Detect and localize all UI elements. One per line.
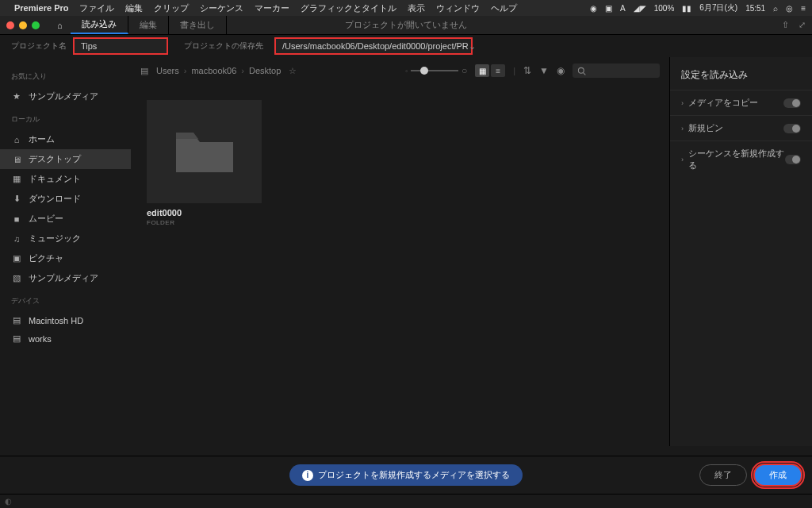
sidebar-item-home[interactable]: ⌂ホーム — [0, 129, 131, 149]
sidebar-section-favorites: お気に入り — [0, 64, 131, 87]
menu-help[interactable]: ヘルプ — [491, 2, 517, 14]
menu-clip[interactable]: クリップ — [154, 2, 189, 14]
battery-percent: 100% — [654, 4, 675, 13]
project-name-input[interactable]: Tips — [73, 37, 168, 55]
tab-import[interactable]: 読み込み — [71, 16, 128, 34]
file-browser: ▤ Users› macbook06› Desktop ☆ ◦ ○ ▦ ≡ | … — [131, 57, 669, 446]
search-input[interactable] — [573, 64, 660, 78]
info-message: i プロジェクトを新規作成するメディアを選択する — [289, 464, 523, 486]
status-time: 15:51 — [745, 4, 765, 13]
home-icon: ⌂ — [11, 135, 22, 144]
sidebar-item-macintosh-hd[interactable]: ▤Macintosh HD — [0, 311, 131, 329]
close-window-button[interactable] — [6, 21, 14, 29]
folder-item[interactable]: edit0000 FOLDER — [147, 100, 262, 226]
wifi-icon: ◢◤ — [634, 4, 646, 13]
breadcrumb[interactable]: Users› macbook06› Desktop ☆ — [156, 66, 297, 76]
create-button[interactable]: 作成 — [753, 464, 802, 487]
import-settings-panel: 設定を読み込み › メディアをコピー › 新規ビン › シーケンスを新規作成する — [669, 57, 812, 446]
drive-icon: ▤ — [11, 315, 22, 325]
status-icon: ◉ — [590, 4, 597, 13]
share-icon[interactable]: ⇧ — [782, 20, 789, 30]
movie-icon: ■ — [11, 214, 22, 224]
document-icon: ▦ — [11, 174, 22, 184]
sidebar-item-documents[interactable]: ▦ドキュメント — [0, 169, 131, 189]
toggle[interactable] — [783, 124, 801, 133]
project-status-message: プロジェクトが開いていません — [345, 19, 467, 31]
search-icon[interactable]: ⌕ — [773, 4, 778, 13]
toggle[interactable] — [785, 155, 801, 164]
music-icon: ♫ — [11, 234, 22, 244]
home-icon[interactable]: ⌂ — [57, 21, 63, 30]
svg-line-1 — [584, 72, 586, 75]
picture-icon: ▣ — [11, 253, 22, 264]
sidebar-item-sample-media-2[interactable]: ▧サンプルメディア — [0, 268, 131, 288]
tab-edit[interactable]: 編集 — [128, 16, 169, 34]
status-indicator-icon: ◐ — [5, 497, 12, 506]
chevron-down-icon: ⌄ — [469, 41, 476, 52]
folder-name: edit0000 — [147, 208, 262, 217]
status-icon: A — [620, 4, 626, 13]
mac-menubar: Premiere Pro ファイル 編集 クリップ シーケンス マーカー グラフ… — [0, 0, 812, 16]
fullscreen-icon[interactable]: ⤢ — [799, 20, 806, 30]
menu-file[interactable]: ファイル — [79, 2, 114, 14]
maximize-window-button[interactable] — [32, 21, 40, 29]
sidebar-item-works[interactable]: ▤works — [0, 329, 131, 348]
panel-title: 設定を読み込み — [670, 64, 812, 90]
download-icon: ⬇ — [11, 194, 22, 204]
media-icon: ▧ — [11, 273, 22, 283]
toggle[interactable] — [783, 98, 801, 108]
menu-view[interactable]: 表示 — [408, 2, 425, 14]
favorite-star-icon[interactable]: ☆ — [289, 66, 297, 76]
sidebar: お気に入り ★ サンプルメディア ローカル ⌂ホーム 🖥デスクトップ ▦ドキュメ… — [0, 57, 131, 446]
chevron-right-icon: › — [681, 156, 684, 164]
filter-icon[interactable]: ▼ — [539, 65, 549, 76]
project-settings-row: プロジェクト名 Tips プロジェクトの保存先 /Users/macbook06… — [0, 35, 812, 57]
visibility-icon[interactable]: ◉ — [557, 65, 565, 76]
sidebar-item-music[interactable]: ♫ミュージック — [0, 229, 131, 248]
sidebar-item-desktop[interactable]: 🖥デスクトップ — [0, 149, 131, 169]
drive-icon: ▤ — [11, 333, 22, 344]
setting-copy-media[interactable]: › メディアをコピー — [670, 90, 812, 115]
chevron-right-icon: › — [681, 99, 684, 107]
menu-sequence[interactable]: シーケンス — [200, 2, 243, 14]
divider: | — [513, 66, 515, 75]
project-path-label: プロジェクトの保存先 — [184, 40, 263, 52]
status-icon: ▣ — [605, 4, 612, 13]
bottom-bar: i プロジェクトを新規作成するメディアを選択する 終了 作成 — [0, 456, 812, 494]
statusbar: ◐ — [0, 494, 812, 508]
sidebar-item-sample-media[interactable]: ★ サンプルメディア — [0, 87, 131, 106]
star-icon: ★ — [11, 91, 22, 102]
menu-marker[interactable]: マーカー — [255, 2, 289, 14]
folder-type: FOLDER — [147, 219, 262, 226]
folder-icon — [173, 126, 236, 177]
setting-new-sequence[interactable]: › シーケンスを新規作成する — [670, 140, 812, 178]
project-name-label: プロジェクト名 — [11, 40, 67, 52]
battery-icon: ▮▮ — [682, 4, 691, 13]
window-titlebar: ⌂ 読み込み 編集 書き出し プロジェクトが開いていません ⇧ ⤢ — [0, 16, 812, 35]
chevron-right-icon: › — [681, 125, 684, 133]
sidebar-item-downloads[interactable]: ⬇ダウンロード — [0, 189, 131, 209]
thumbnail-size-slider[interactable]: ◦ ○ — [405, 65, 467, 76]
menu-window[interactable]: ウィンドウ — [436, 2, 480, 14]
sidebar-item-movies[interactable]: ■ムービー — [0, 209, 131, 229]
list-view-button[interactable]: ≡ — [491, 64, 505, 77]
cancel-button[interactable]: 終了 — [699, 464, 747, 486]
project-path-dropdown[interactable]: /Users/macbook06/Desktop/edit0000/projec… — [274, 37, 473, 55]
sort-icon[interactable]: ⇅ — [523, 65, 531, 76]
sidebar-section-devices: デバイス — [0, 288, 131, 311]
svg-point-0 — [578, 67, 584, 73]
drive-icon: ▤ — [140, 66, 148, 76]
search-icon — [577, 67, 586, 75]
grid-view-button[interactable]: ▦ — [475, 64, 489, 77]
menu-edit[interactable]: 編集 — [125, 2, 143, 14]
tab-export[interactable]: 書き出し — [169, 16, 227, 34]
status-date: 6月7日(火) — [699, 2, 737, 13]
siri-icon[interactable]: ◎ — [786, 4, 793, 13]
notification-icon[interactable]: ≡ — [801, 4, 806, 13]
setting-new-bin[interactable]: › 新規ビン — [670, 115, 812, 140]
app-name[interactable]: Premiere Pro — [14, 3, 68, 13]
sidebar-item-pictures[interactable]: ▣ピクチャ — [0, 248, 131, 268]
menu-graphics[interactable]: グラフィックとタイトル — [301, 2, 396, 14]
minimize-window-button[interactable] — [19, 21, 27, 29]
sidebar-section-local: ローカル — [0, 106, 131, 129]
